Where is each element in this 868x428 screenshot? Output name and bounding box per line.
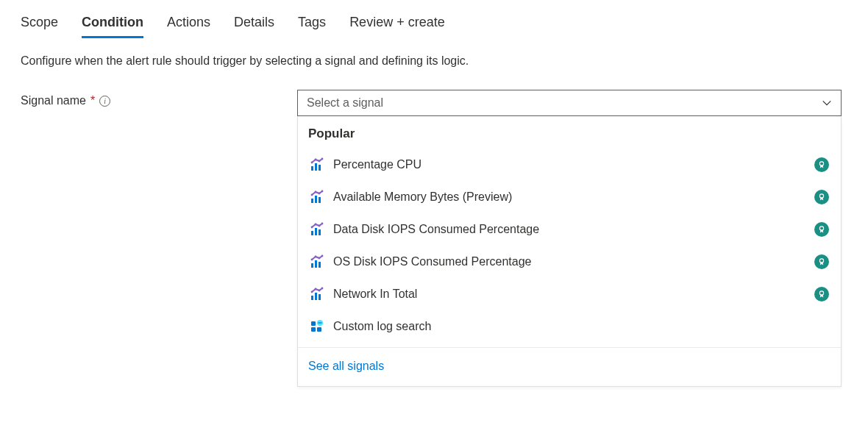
tab-review-create[interactable]: Review + create bbox=[349, 15, 445, 38]
svg-rect-33 bbox=[315, 293, 317, 300]
signal-item-label: Data Disk IOPS Consumed Percentage bbox=[333, 223, 539, 236]
svg-rect-44 bbox=[319, 322, 322, 323]
chevron-down-icon bbox=[822, 98, 832, 108]
svg-rect-0 bbox=[311, 166, 313, 171]
required-asterisk: * bbox=[90, 94, 95, 107]
svg-point-7 bbox=[819, 162, 823, 165]
metric-chart-icon bbox=[310, 287, 324, 302]
signal-item-custom-log-search[interactable]: Custom log search bbox=[298, 310, 841, 343]
svg-point-14 bbox=[321, 190, 324, 193]
svg-point-37 bbox=[319, 290, 321, 292]
svg-rect-41 bbox=[311, 327, 316, 332]
signal-dropdown: Select a signal Popular bbox=[297, 90, 842, 387]
svg-point-36 bbox=[315, 288, 317, 290]
svg-point-27 bbox=[311, 259, 313, 261]
svg-rect-18 bbox=[319, 229, 321, 235]
see-all-signals-link[interactable]: See all signals bbox=[308, 360, 384, 372]
tab-actions[interactable]: Actions bbox=[167, 15, 210, 38]
tab-scope[interactable]: Scope bbox=[21, 15, 58, 38]
svg-rect-42 bbox=[317, 327, 321, 332]
svg-rect-40 bbox=[311, 321, 316, 326]
tab-bar: Scope Condition Actions Details Tags Rev… bbox=[21, 15, 847, 38]
svg-point-23 bbox=[819, 227, 823, 230]
svg-rect-1 bbox=[315, 163, 317, 171]
signal-dropdown-panel: Popular Percentage CPU bbox=[297, 116, 842, 387]
signal-item-network-in-total[interactable]: Network In Total bbox=[298, 278, 841, 310]
svg-point-13 bbox=[319, 193, 321, 195]
recommended-badge-icon bbox=[814, 254, 829, 269]
svg-rect-26 bbox=[319, 262, 321, 268]
svg-rect-9 bbox=[315, 196, 317, 203]
metric-chart-icon bbox=[310, 190, 324, 204]
svg-point-3 bbox=[311, 162, 313, 164]
signal-name-label-text: Signal name bbox=[21, 94, 86, 107]
svg-rect-16 bbox=[311, 231, 313, 235]
signal-name-label: Signal name * i bbox=[21, 90, 285, 107]
svg-rect-2 bbox=[319, 165, 321, 171]
svg-rect-34 bbox=[319, 294, 321, 300]
svg-point-4 bbox=[315, 159, 317, 161]
dropdown-footer: See all signals bbox=[298, 347, 841, 386]
svg-rect-10 bbox=[319, 197, 321, 203]
signal-item-percentage-cpu[interactable]: Percentage CPU bbox=[298, 149, 841, 181]
info-icon[interactable]: i bbox=[99, 96, 110, 107]
svg-point-39 bbox=[819, 291, 823, 295]
svg-rect-17 bbox=[315, 228, 317, 235]
metric-chart-icon bbox=[310, 254, 324, 269]
signal-item-data-disk-iops[interactable]: Data Disk IOPS Consumed Percentage bbox=[298, 213, 841, 246]
svg-point-31 bbox=[819, 259, 823, 263]
recommended-badge-icon bbox=[814, 287, 829, 302]
signal-item-label: Percentage CPU bbox=[333, 158, 421, 171]
metric-chart-icon bbox=[310, 157, 324, 172]
svg-point-5 bbox=[319, 160, 321, 163]
signal-item-available-memory[interactable]: Available Memory Bytes (Preview) bbox=[298, 181, 841, 213]
svg-point-20 bbox=[315, 224, 317, 226]
svg-rect-24 bbox=[311, 263, 313, 268]
tab-condition[interactable]: Condition bbox=[82, 15, 143, 38]
signal-item-label: OS Disk IOPS Consumed Percentage bbox=[333, 255, 531, 268]
svg-point-38 bbox=[321, 288, 324, 290]
svg-point-19 bbox=[311, 227, 313, 229]
svg-point-22 bbox=[321, 223, 324, 225]
metric-chart-icon bbox=[310, 222, 324, 237]
recommended-badge-icon bbox=[814, 222, 829, 237]
signal-item-label: Network In Total bbox=[333, 288, 417, 301]
svg-point-6 bbox=[321, 158, 324, 160]
svg-point-15 bbox=[819, 194, 823, 198]
dropdown-section-header: Popular bbox=[298, 116, 841, 149]
svg-point-35 bbox=[311, 291, 313, 293]
signal-dropdown-placeholder: Select a signal bbox=[307, 96, 383, 110]
svg-point-12 bbox=[315, 191, 317, 193]
svg-rect-25 bbox=[315, 260, 317, 268]
signal-item-label: Available Memory Bytes (Preview) bbox=[333, 190, 512, 204]
svg-rect-32 bbox=[311, 296, 313, 300]
signal-dropdown-trigger[interactable]: Select a signal bbox=[297, 90, 842, 116]
svg-point-21 bbox=[319, 225, 321, 227]
svg-point-30 bbox=[321, 255, 324, 257]
tab-tags[interactable]: Tags bbox=[298, 15, 326, 38]
recommended-badge-icon bbox=[814, 190, 829, 204]
signal-name-row: Signal name * i Select a signal Popular bbox=[21, 90, 847, 387]
signal-item-label: Custom log search bbox=[333, 320, 431, 333]
recommended-badge-icon bbox=[814, 157, 829, 172]
signal-item-os-disk-iops[interactable]: OS Disk IOPS Consumed Percentage bbox=[298, 246, 841, 278]
svg-point-29 bbox=[319, 257, 321, 260]
tab-details[interactable]: Details bbox=[234, 15, 274, 38]
page-description: Configure when the alert rule should tri… bbox=[21, 54, 847, 68]
svg-rect-8 bbox=[311, 199, 313, 203]
log-search-icon bbox=[310, 319, 324, 334]
svg-point-28 bbox=[315, 256, 317, 258]
svg-point-11 bbox=[311, 194, 313, 196]
